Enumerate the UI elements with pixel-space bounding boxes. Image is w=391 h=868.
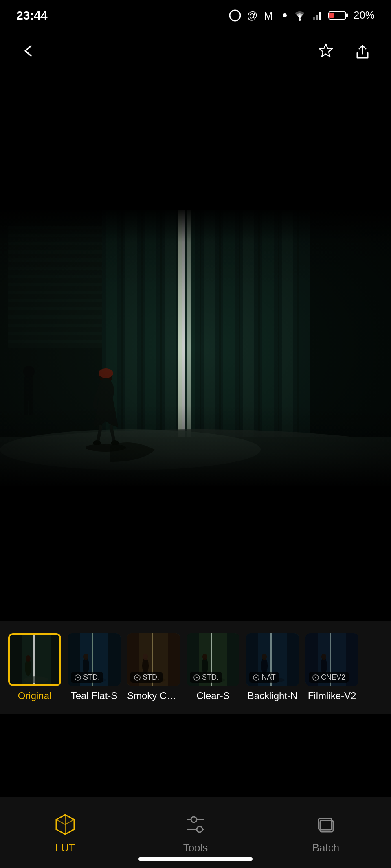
svg-point-4 <box>299 18 301 21</box>
status-time: 23:44 <box>16 9 48 22</box>
svg-rect-6 <box>316 15 318 20</box>
svg-text:M: M <box>264 10 273 22</box>
lut-badge-clear: STD. <box>190 672 222 683</box>
svg-text:@: @ <box>247 9 257 22</box>
back-button[interactable] <box>16 39 41 63</box>
lut-badge-text-backlight: NAT <box>261 673 276 682</box>
svg-point-93 <box>136 677 138 678</box>
nav-item-batch[interactable]: Batch <box>261 811 391 854</box>
nav-item-lut[interactable]: LUT <box>0 811 130 854</box>
std-badge-icon3 <box>193 674 200 681</box>
lut-badge-text-filmlike: CNEV2 <box>321 673 345 682</box>
lut-thumbnail-backlight: NAT <box>246 633 299 686</box>
svg-point-98 <box>202 654 207 660</box>
svg-point-76 <box>26 655 31 662</box>
star-icon <box>316 42 335 60</box>
top-nav <box>0 31 391 71</box>
lut-item-clear[interactable]: STD. Clear-S <box>187 633 239 702</box>
lut-label-clear: Clear-S <box>196 690 229 702</box>
nav-label-batch: Batch <box>312 842 340 854</box>
battery-icon <box>328 10 349 21</box>
lut-item-original[interactable]: Original <box>8 633 61 702</box>
favorite-button[interactable] <box>314 39 338 63</box>
nav-item-tools[interactable]: Tools <box>130 811 261 854</box>
lut-badge-teal: STD. <box>71 672 103 683</box>
share-icon <box>354 42 371 60</box>
lut-thumbnail-filmlike: CNEV2 <box>305 633 358 686</box>
lut-badge-text-teal: STD. <box>83 673 100 682</box>
nav-label-tools: Tools <box>183 842 208 854</box>
wifi-icon <box>292 10 307 21</box>
lut-label-filmlike: Filmlike-V2 <box>308 690 356 702</box>
lut-label-smoky: Smoky Colo... <box>127 690 180 702</box>
lut-strip: Original STD. <box>0 621 391 714</box>
lut-badge-backlight: NAT <box>249 672 279 683</box>
svg-rect-5 <box>313 17 315 20</box>
lut-badge-text-clear: STD. <box>202 673 219 682</box>
svg-point-119 <box>191 817 197 822</box>
circle-icon <box>228 9 242 22</box>
lut-item-backlight[interactable]: NAT Backlight-N <box>246 633 299 702</box>
std-badge-icon <box>74 674 81 681</box>
svg-rect-71 <box>0 405 391 486</box>
lut-label-teal: Teal Flat-S <box>71 690 118 702</box>
lut-item-smoky[interactable]: STD. Smoky Colo... <box>127 633 180 702</box>
home-indicator <box>138 857 253 861</box>
tools-icon <box>182 811 209 837</box>
std-badge-icon2 <box>134 674 141 681</box>
svg-point-82 <box>83 654 88 660</box>
svg-point-0 <box>230 10 240 21</box>
svg-rect-9 <box>346 13 348 17</box>
lut-thumbnail-clear: STD. <box>187 633 239 686</box>
svg-point-114 <box>321 654 326 660</box>
status-bar: 23:44 @ M <box>0 0 391 31</box>
photo-top-padding <box>0 71 391 210</box>
svg-point-106 <box>262 654 267 660</box>
cne-badge-icon <box>312 674 319 681</box>
photo-bottom-padding <box>0 486 391 621</box>
svg-rect-10 <box>329 13 334 18</box>
lut-badge-smoky: STD. <box>130 672 163 683</box>
svg-point-109 <box>255 677 257 678</box>
street-scene-svg <box>0 210 391 486</box>
svg-point-121 <box>197 826 202 832</box>
svg-rect-70 <box>0 210 391 291</box>
svg-point-117 <box>315 677 316 678</box>
gmail-icon: M <box>264 9 277 22</box>
back-arrow-icon <box>20 43 37 59</box>
nat-badge-icon <box>253 674 260 681</box>
lut-thumbnail-smoky: STD. <box>127 633 180 686</box>
main-photo <box>0 210 391 486</box>
original-thumbnail-svg <box>10 635 61 686</box>
lut-item-filmlike[interactable]: CNEV2 Filmlike-V2 <box>305 633 358 702</box>
svg-point-101 <box>196 677 198 678</box>
batch-icon <box>313 811 339 837</box>
svg-point-3 <box>283 13 287 17</box>
svg-point-77 <box>24 676 48 683</box>
lut-badge-filmlike: CNEV2 <box>309 672 349 683</box>
battery-percent: 20% <box>354 9 375 22</box>
threads-icon: @ <box>247 9 259 22</box>
nav-label-lut: LUT <box>55 842 75 854</box>
lut-thumbnail-teal: STD. <box>68 633 121 686</box>
share-button[interactable] <box>350 39 375 63</box>
status-icons: @ M 20% <box>228 9 375 22</box>
svg-point-85 <box>77 677 79 678</box>
lut-thumbnail-original <box>8 633 61 686</box>
nav-right-actions <box>314 39 375 63</box>
photo-area <box>0 71 391 621</box>
lut-icon <box>52 811 78 837</box>
signal-icon <box>312 10 323 21</box>
bottom-nav: LUT Tools Batch <box>0 797 391 868</box>
svg-point-90 <box>143 654 148 660</box>
lut-label-original: Original <box>18 690 52 702</box>
svg-rect-7 <box>319 12 321 20</box>
lut-badge-text-smoky: STD. <box>143 673 159 682</box>
lut-item-teal[interactable]: STD. Teal Flat-S <box>68 633 121 702</box>
dot-icon <box>282 13 288 18</box>
lut-label-backlight: Backlight-N <box>248 690 298 702</box>
